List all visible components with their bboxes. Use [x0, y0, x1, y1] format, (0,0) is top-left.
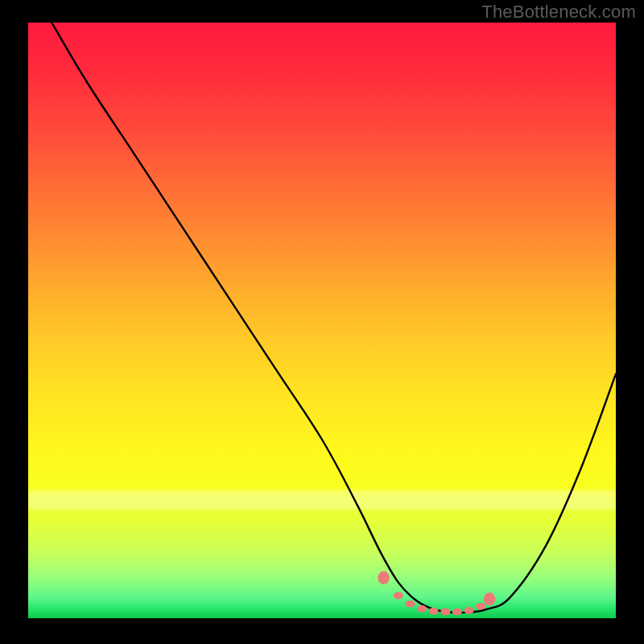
marker-dot: [484, 592, 495, 605]
bottleneck-curve: [52, 23, 616, 613]
marker-dot: [440, 609, 450, 616]
marker-dot: [429, 608, 439, 615]
marker-dot: [394, 592, 403, 600]
chart-frame: TheBottleneck.com: [0, 0, 644, 644]
marker-dot: [406, 601, 415, 608]
marker-dot: [378, 572, 389, 584]
marker-dot: [417, 605, 427, 613]
marker-dot: [464, 607, 474, 614]
watermark-text: TheBottleneck.com: [481, 2, 636, 23]
curve-layer: [52, 23, 616, 613]
marker-dot: [476, 603, 485, 610]
marker-dot: [452, 609, 462, 616]
chart-svg: [28, 23, 616, 618]
plot-area: [28, 23, 616, 618]
